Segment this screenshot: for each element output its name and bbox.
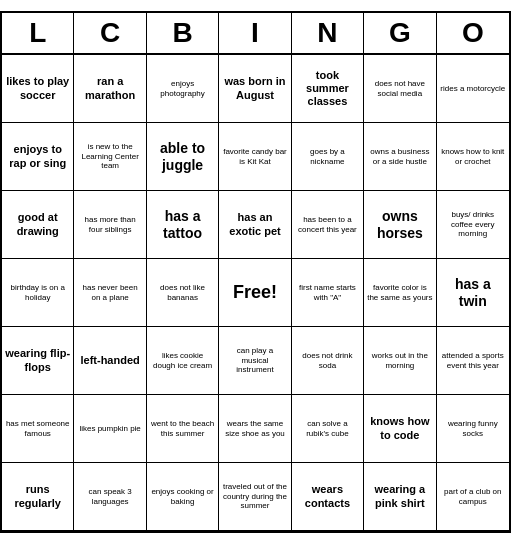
cell-r6-c6: part of a club on campus <box>437 463 509 531</box>
cell-r2-c5: owns horses <box>364 191 436 259</box>
header-letter: N <box>292 13 364 53</box>
cell-r6-c1: can speak 3 languages <box>74 463 146 531</box>
cell-r3-c0: birthday is on a holiday <box>2 259 74 327</box>
cell-r6-c5: wearing a pink shirt <box>364 463 436 531</box>
bingo-card: LCBINGO likes to play soccerran a marath… <box>0 11 511 533</box>
cell-r0-c6: rides a motorcycle <box>437 55 509 123</box>
cell-r2-c1: has more than four siblings <box>74 191 146 259</box>
cell-r6-c4: wears contacts <box>292 463 364 531</box>
cell-r5-c1: likes pumpkin pie <box>74 395 146 463</box>
cell-r1-c4: goes by a nickname <box>292 123 364 191</box>
cell-r1-c0: enjoys to rap or sing <box>2 123 74 191</box>
cell-r2-c2: has a tattoo <box>147 191 219 259</box>
cell-r4-c4: does not drink soda <box>292 327 364 395</box>
cell-r0-c2: enjoys photography <box>147 55 219 123</box>
cell-r4-c2: likes cookie dough ice cream <box>147 327 219 395</box>
cell-r3-c4: first name starts with "A" <box>292 259 364 327</box>
cell-r4-c3: can play a musical instrument <box>219 327 291 395</box>
header-letter: B <box>147 13 219 53</box>
cell-r0-c4: took summer classes <box>292 55 364 123</box>
cell-r5-c3: wears the same size shoe as you <box>219 395 291 463</box>
header-letter: O <box>437 13 509 53</box>
header-letter: C <box>74 13 146 53</box>
cell-r5-c4: can solve a rubik's cube <box>292 395 364 463</box>
cell-r2-c4: has been to a concert this year <box>292 191 364 259</box>
cell-r6-c2: enjoys cooking or baking <box>147 463 219 531</box>
cell-r2-c0: good at drawing <box>2 191 74 259</box>
cell-r1-c5: owns a business or a side hustle <box>364 123 436 191</box>
cell-r5-c5: knows how to code <box>364 395 436 463</box>
cell-r2-c6: buys/ drinks coffee every morning <box>437 191 509 259</box>
cell-r1-c3: favorite candy bar is Kit Kat <box>219 123 291 191</box>
header-letter: I <box>219 13 291 53</box>
cell-r1-c6: knows how to knit or crochet <box>437 123 509 191</box>
cell-r4-c1: left-handed <box>74 327 146 395</box>
cell-r3-c1: has never been on a plane <box>74 259 146 327</box>
cell-r5-c0: has met someone famous <box>2 395 74 463</box>
cell-r0-c3: was born in August <box>219 55 291 123</box>
cell-r6-c0: runs regularly <box>2 463 74 531</box>
cell-r2-c3: has an exotic pet <box>219 191 291 259</box>
cell-r1-c1: is new to the Learning Center team <box>74 123 146 191</box>
cell-r5-c2: went to the beach this summer <box>147 395 219 463</box>
cell-r3-c3: Free! <box>219 259 291 327</box>
cell-r4-c5: works out in the morning <box>364 327 436 395</box>
cell-r6-c3: traveled out of the country during the s… <box>219 463 291 531</box>
bingo-grid: likes to play soccerran a marathonenjoys… <box>2 55 509 531</box>
cell-r3-c5: favorite color is the same as yours <box>364 259 436 327</box>
header-letter: L <box>2 13 74 53</box>
cell-r4-c0: wearing flip-flops <box>2 327 74 395</box>
cell-r1-c2: able to juggle <box>147 123 219 191</box>
bingo-header: LCBINGO <box>2 13 509 55</box>
cell-r4-c6: attended a sports event this year <box>437 327 509 395</box>
cell-r0-c5: does not have social media <box>364 55 436 123</box>
header-letter: G <box>364 13 436 53</box>
cell-r0-c1: ran a marathon <box>74 55 146 123</box>
cell-r3-c2: does not like bananas <box>147 259 219 327</box>
cell-r0-c0: likes to play soccer <box>2 55 74 123</box>
cell-r5-c6: wearing funny socks <box>437 395 509 463</box>
cell-r3-c6: has a twin <box>437 259 509 327</box>
